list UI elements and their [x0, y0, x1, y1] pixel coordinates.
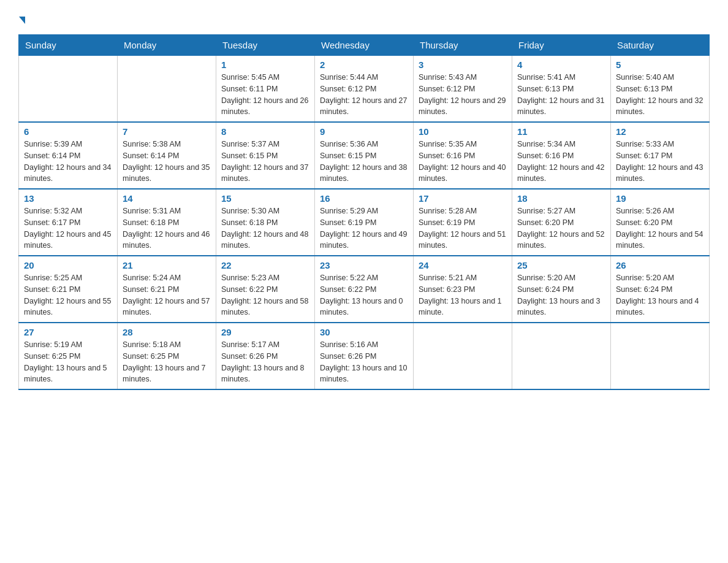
day-detail: Sunrise: 5:18 AMSunset: 6:25 PMDaylight:… [123, 339, 211, 385]
week-row-4: 20Sunrise: 5:25 AMSunset: 6:21 PMDayligh… [19, 256, 710, 323]
header-day-monday: Monday [118, 35, 216, 56]
day-number: 15 [221, 193, 309, 204]
day-detail: Sunrise: 5:31 AMSunset: 6:18 PMDaylight:… [123, 205, 211, 251]
day-detail: Sunrise: 5:19 AMSunset: 6:25 PMDaylight:… [24, 339, 112, 385]
day-number: 16 [320, 193, 408, 204]
day-detail: Sunrise: 5:17 AMSunset: 6:26 PMDaylight:… [221, 339, 309, 385]
day-detail: Sunrise: 5:36 AMSunset: 6:15 PMDaylight:… [320, 139, 408, 185]
calendar-cell: 8Sunrise: 5:37 AMSunset: 6:15 PMDaylight… [216, 122, 315, 189]
day-detail: Sunrise: 5:20 AMSunset: 6:24 PMDaylight:… [616, 272, 704, 318]
calendar-cell: 6Sunrise: 5:39 AMSunset: 6:14 PMDaylight… [19, 122, 118, 189]
day-number: 10 [419, 126, 507, 137]
day-number: 13 [24, 193, 112, 204]
day-number: 4 [517, 59, 605, 70]
day-number: 7 [123, 126, 211, 137]
day-detail: Sunrise: 5:23 AMSunset: 6:22 PMDaylight:… [221, 272, 309, 318]
calendar-table: SundayMondayTuesdayWednesdayThursdayFrid… [18, 34, 710, 390]
day-detail: Sunrise: 5:28 AMSunset: 6:19 PMDaylight:… [419, 205, 507, 251]
day-number: 1 [221, 59, 309, 70]
calendar-cell: 14Sunrise: 5:31 AMSunset: 6:18 PMDayligh… [118, 189, 216, 256]
calendar-cell: 9Sunrise: 5:36 AMSunset: 6:15 PMDaylight… [315, 122, 414, 189]
day-number: 2 [320, 59, 408, 70]
calendar-cell [19, 56, 118, 123]
day-number: 12 [616, 126, 704, 137]
calendar-cell: 23Sunrise: 5:22 AMSunset: 6:22 PMDayligh… [315, 256, 414, 323]
calendar-cell [414, 323, 512, 389]
calendar-cell: 3Sunrise: 5:43 AMSunset: 6:12 PMDaylight… [414, 56, 512, 123]
calendar-cell: 18Sunrise: 5:27 AMSunset: 6:20 PMDayligh… [512, 189, 611, 256]
header-day-saturday: Saturday [611, 35, 710, 56]
day-detail: Sunrise: 5:39 AMSunset: 6:14 PMDaylight:… [24, 139, 112, 185]
day-number: 30 [320, 327, 408, 337]
day-number: 25 [517, 260, 605, 270]
day-number: 27 [24, 327, 112, 337]
calendar-cell: 12Sunrise: 5:33 AMSunset: 6:17 PMDayligh… [611, 122, 710, 189]
calendar-cell: 10Sunrise: 5:35 AMSunset: 6:16 PMDayligh… [414, 122, 512, 189]
day-detail: Sunrise: 5:24 AMSunset: 6:21 PMDaylight:… [123, 272, 211, 318]
day-number: 21 [123, 260, 211, 270]
day-detail: Sunrise: 5:30 AMSunset: 6:18 PMDaylight:… [221, 205, 309, 251]
calendar-cell: 1Sunrise: 5:45 AMSunset: 6:11 PMDaylight… [216, 56, 315, 123]
day-detail: Sunrise: 5:45 AMSunset: 6:11 PMDaylight:… [221, 72, 309, 118]
calendar-cell: 2Sunrise: 5:44 AMSunset: 6:12 PMDaylight… [315, 56, 414, 123]
calendar-cell: 29Sunrise: 5:17 AMSunset: 6:26 PMDayligh… [216, 323, 315, 389]
day-detail: Sunrise: 5:43 AMSunset: 6:12 PMDaylight:… [419, 72, 507, 118]
day-detail: Sunrise: 5:25 AMSunset: 6:21 PMDaylight:… [24, 272, 112, 318]
calendar-cell: 28Sunrise: 5:18 AMSunset: 6:25 PMDayligh… [118, 323, 216, 389]
day-number: 24 [419, 260, 507, 270]
day-detail: Sunrise: 5:38 AMSunset: 6:14 PMDaylight:… [123, 139, 211, 185]
day-detail: Sunrise: 5:33 AMSunset: 6:17 PMDaylight:… [616, 139, 704, 185]
calendar-cell: 25Sunrise: 5:20 AMSunset: 6:24 PMDayligh… [512, 256, 611, 323]
calendar-cell [512, 323, 611, 389]
calendar-cell: 26Sunrise: 5:20 AMSunset: 6:24 PMDayligh… [611, 256, 710, 323]
calendar-cell: 20Sunrise: 5:25 AMSunset: 6:21 PMDayligh… [19, 256, 118, 323]
day-detail: Sunrise: 5:32 AMSunset: 6:17 PMDaylight:… [24, 205, 112, 251]
week-row-3: 13Sunrise: 5:32 AMSunset: 6:17 PMDayligh… [19, 189, 710, 256]
calendar-cell: 15Sunrise: 5:30 AMSunset: 6:18 PMDayligh… [216, 189, 315, 256]
calendar-cell: 11Sunrise: 5:34 AMSunset: 6:16 PMDayligh… [512, 122, 611, 189]
calendar-cell: 13Sunrise: 5:32 AMSunset: 6:17 PMDayligh… [19, 189, 118, 256]
day-number: 5 [616, 59, 704, 70]
day-detail: Sunrise: 5:26 AMSunset: 6:20 PMDaylight:… [616, 205, 704, 251]
day-detail: Sunrise: 5:40 AMSunset: 6:13 PMDaylight:… [616, 72, 704, 118]
logo [18, 12, 26, 28]
day-detail: Sunrise: 5:34 AMSunset: 6:16 PMDaylight:… [517, 139, 605, 185]
day-number: 9 [320, 126, 408, 137]
day-detail: Sunrise: 5:35 AMSunset: 6:16 PMDaylight:… [419, 139, 507, 185]
calendar-cell: 24Sunrise: 5:21 AMSunset: 6:23 PMDayligh… [414, 256, 512, 323]
calendar-header: SundayMondayTuesdayWednesdayThursdayFrid… [19, 35, 710, 56]
calendar-cell: 16Sunrise: 5:29 AMSunset: 6:19 PMDayligh… [315, 189, 414, 256]
day-detail: Sunrise: 5:29 AMSunset: 6:19 PMDaylight:… [320, 205, 408, 251]
day-number: 11 [517, 126, 605, 137]
day-number: 29 [221, 327, 309, 337]
day-detail: Sunrise: 5:37 AMSunset: 6:15 PMDaylight:… [221, 139, 309, 185]
logo-arrow-icon [19, 17, 25, 24]
calendar-cell: 17Sunrise: 5:28 AMSunset: 6:19 PMDayligh… [414, 189, 512, 256]
day-number: 26 [616, 260, 704, 270]
calendar-cell: 4Sunrise: 5:41 AMSunset: 6:13 PMDaylight… [512, 56, 611, 123]
header-day-friday: Friday [512, 35, 611, 56]
day-detail: Sunrise: 5:16 AMSunset: 6:26 PMDaylight:… [320, 339, 408, 385]
day-number: 18 [517, 193, 605, 204]
header-row: SundayMondayTuesdayWednesdayThursdayFrid… [19, 35, 710, 56]
day-detail: Sunrise: 5:21 AMSunset: 6:23 PMDaylight:… [419, 272, 507, 318]
page-header [18, 12, 710, 28]
header-day-thursday: Thursday [414, 35, 512, 56]
day-detail: Sunrise: 5:44 AMSunset: 6:12 PMDaylight:… [320, 72, 408, 118]
calendar-cell: 19Sunrise: 5:26 AMSunset: 6:20 PMDayligh… [611, 189, 710, 256]
week-row-2: 6Sunrise: 5:39 AMSunset: 6:14 PMDaylight… [19, 122, 710, 189]
day-number: 22 [221, 260, 309, 270]
day-number: 20 [24, 260, 112, 270]
calendar-body: 1Sunrise: 5:45 AMSunset: 6:11 PMDaylight… [19, 56, 710, 390]
calendar-cell: 21Sunrise: 5:24 AMSunset: 6:21 PMDayligh… [118, 256, 216, 323]
day-number: 6 [24, 126, 112, 137]
day-number: 3 [419, 59, 507, 70]
day-detail: Sunrise: 5:27 AMSunset: 6:20 PMDaylight:… [517, 205, 605, 251]
day-number: 14 [123, 193, 211, 204]
header-day-tuesday: Tuesday [216, 35, 315, 56]
calendar-cell: 27Sunrise: 5:19 AMSunset: 6:25 PMDayligh… [19, 323, 118, 389]
calendar-cell: 30Sunrise: 5:16 AMSunset: 6:26 PMDayligh… [315, 323, 414, 389]
day-number: 23 [320, 260, 408, 270]
day-number: 17 [419, 193, 507, 204]
calendar-cell: 22Sunrise: 5:23 AMSunset: 6:22 PMDayligh… [216, 256, 315, 323]
